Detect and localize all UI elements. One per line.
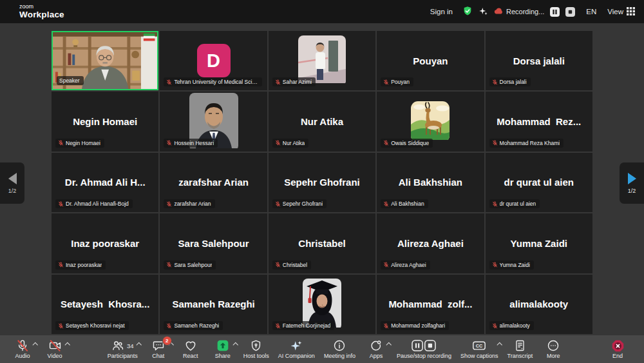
toolbar-video-button[interactable]: Video: [39, 335, 71, 363]
toolbar-pause-stop-recording-button[interactable]: Pause/stop recording: [392, 335, 456, 363]
muted-mic-icon: [275, 140, 281, 146]
participant-tile-speaker[interactable]: Speaker: [52, 31, 158, 90]
next-page-button[interactable]: 1/2: [620, 162, 644, 204]
participant-tile-mohammad-reza-khami[interactable]: Mohammad Rez...Mohammad Reza Khami: [486, 92, 592, 151]
muted-mic-icon: [383, 79, 389, 85]
toolbar-more-button[interactable]: More: [537, 335, 569, 363]
participant-tile-hossein-hessari[interactable]: Hossein Hessari: [160, 92, 267, 151]
muted-mic-icon: [166, 262, 172, 268]
sparkle-icon[interactable]: [478, 6, 488, 17]
participant-tile-fatemeh-gorjinejad[interactable]: Fatemeh Gorjinejad: [269, 275, 375, 334]
page-indicator: 1/2: [8, 188, 17, 194]
participant-tile-christabel[interactable]: ChristabelChristabel: [269, 213, 375, 273]
participant-tile-pouyan[interactable]: PouyanPouyan: [377, 31, 484, 90]
previous-page-button[interactable]: 1/2: [0, 162, 24, 204]
participant-name-label: Alireza Aghaei: [381, 260, 430, 270]
toolbar-meeting-info-button[interactable]: Meeting info: [319, 335, 360, 363]
participant-tile-inaz-pooraskar[interactable]: Inaz pooraskarInaz pooraskar: [52, 213, 158, 273]
view-button[interactable]: View: [607, 7, 635, 17]
toolbar-apps-label: Apps: [370, 353, 383, 359]
participant-name-label: Ali Bakhshian: [381, 199, 428, 208]
pause-recording-button[interactable]: [550, 7, 560, 17]
toolbar-participants-button[interactable]: 34Participants: [103, 335, 142, 363]
participants-icon: 34: [111, 339, 134, 352]
participant-tile-tehran-university-of-medical-sciences[interactable]: DTehran University of Medical Sciences: [160, 31, 267, 90]
toolbar-host-tools-label: Host tools: [243, 353, 269, 359]
participant-tile-mohammad-zolfaghari[interactable]: Mohammad zolf...Mohammad zolfaghari: [377, 275, 484, 334]
toolbar-react-label: React: [183, 353, 198, 359]
d-monogram: D: [197, 44, 231, 77]
participant-tile-sara-salehpour[interactable]: Sara SalehpourSara Salehpour: [160, 213, 267, 273]
participant-tile-zarafshar-arian[interactable]: zarafshar Arianzarafshar Arian: [160, 153, 267, 212]
participant-tile-owais-siddique[interactable]: Owais Siddique: [377, 92, 484, 151]
chevron-up-icon[interactable]: [387, 341, 392, 346]
chevron-up-icon[interactable]: [234, 341, 239, 346]
chevron-up-icon[interactable]: [498, 341, 503, 346]
toolbar-ai-companion-label: AI Companion: [278, 353, 315, 359]
participant-tile-sepehr-ghofrani[interactable]: Sepehr GhofraniSepehr Ghofrani: [269, 153, 375, 212]
participant-tile-alireza-aghaei[interactable]: Alireza AghaeiAlireza Aghaei: [377, 213, 484, 273]
participant-name-label: Sepehr Ghofrani: [272, 199, 327, 208]
chevron-up-icon[interactable]: [33, 341, 39, 346]
shield-icon: [250, 339, 262, 352]
muted-mic-icon: [383, 201, 389, 207]
muted-mic-icon: [58, 323, 64, 329]
muted-mic-icon: [58, 140, 64, 146]
stop-recording-button[interactable]: [565, 7, 575, 17]
chevron-up-icon[interactable]: [137, 341, 142, 346]
toolbar-host-tools-button[interactable]: Host tools: [239, 335, 274, 363]
language-selector[interactable]: EN: [586, 8, 596, 15]
share-screen-icon: [216, 339, 229, 352]
participant-tile-ali-bakhshian[interactable]: Ali BakhshianAli Bakhshian: [377, 153, 484, 212]
toolbar-show-captions-button[interactable]: CCShow captions: [456, 335, 503, 363]
participant-tile-nur-atika[interactable]: Nur AtikaNur Atika: [269, 92, 375, 151]
toolbar-audio-button[interactable]: Audio: [6, 335, 39, 363]
toolbar-ai-companion-button[interactable]: AI Companion: [274, 335, 319, 363]
participant-tile-negin-homaei[interactable]: Negin HomaeiNegin Homaei: [52, 92, 158, 151]
participant-tile-dorsa-jalali[interactable]: Dorsa jalaliDorsa jalali: [486, 31, 592, 90]
muted-mic-icon: [383, 323, 389, 329]
toolbar-audio-label: Audio: [15, 353, 30, 359]
toolbar-transcript-button[interactable]: Transcript: [503, 335, 538, 363]
participant-name-label: Setayesh Khosravi nejat: [55, 321, 129, 330]
muted-mic-icon: [166, 79, 172, 85]
participant-tile-yumna-zaidi[interactable]: Yumna ZaidiYumna Zaidi: [486, 213, 592, 273]
toolbar-participants-label: Participants: [108, 353, 138, 359]
toolbar-apps-button[interactable]: Apps: [360, 335, 392, 363]
info-icon: [333, 339, 346, 352]
participant-tile-dr-qurat-ul-aien[interactable]: dr qurat ul aiendr qurat ul aien: [486, 153, 592, 212]
participant-name-label: Dr. Ahmad Ali Hanafi-Bojd: [55, 199, 133, 208]
toolbar-react-button[interactable]: React: [175, 335, 207, 363]
page-indicator: 1/2: [628, 188, 636, 194]
participant-tile-alimalakooty[interactable]: alimalakootyalimalakooty: [486, 275, 592, 334]
toolbar-more-label: More: [547, 353, 560, 359]
illustration-avatar: [411, 101, 450, 142]
record-controls-icon: [412, 339, 436, 352]
toolbar-chat-button[interactable]: Chat2: [142, 335, 175, 363]
participant-name-label: Speaker: [57, 76, 84, 85]
muted-mic-icon: [492, 201, 498, 207]
zoom-workplace-logo: zoom Workplace: [19, 4, 64, 19]
toolbar-end-button[interactable]: End: [601, 335, 634, 363]
muted-mic-icon: [58, 201, 64, 207]
participant-name-label: Samaneh Razeghi: [164, 321, 223, 330]
participant-tile-samaneh-razeghi[interactable]: Samaneh RazeghiSamaneh Razeghi: [160, 275, 267, 334]
top-bar: zoom Workplace Sign in Recording... EN V…: [0, 0, 644, 23]
participant-name-label: Owais Siddique: [381, 139, 433, 148]
muted-mic-icon: [166, 201, 172, 207]
sign-in-link[interactable]: Sign in: [430, 8, 453, 15]
participant-tile-setayesh-khosravi-nejat[interactable]: Setayesh Khosra...Setayesh Khosravi neja…: [52, 275, 158, 334]
participant-name-label: Dorsa jalali: [489, 77, 531, 86]
chevron-up-icon[interactable]: [66, 341, 71, 346]
muted-mic-icon: [275, 201, 281, 207]
end-call-icon: [611, 339, 625, 352]
participant-tile-sahar-azimi[interactable]: Sahar Azimi: [269, 31, 375, 90]
logo-workplace-text: Workplace: [19, 10, 64, 19]
muted-mic-icon: [166, 140, 172, 146]
toolbar-share-button[interactable]: Share: [207, 335, 239, 363]
graduation-photo: [303, 279, 341, 328]
toolbar-share-label: Share: [215, 353, 231, 359]
toolbar-show-captions-label: Show captions: [460, 353, 498, 359]
muted-mic-icon: [166, 323, 172, 329]
participant-tile-dr-ahmad-ali-hanafi-bojd[interactable]: Dr. Ahmad Ali H...Dr. Ahmad Ali Hanafi-B…: [52, 153, 158, 212]
